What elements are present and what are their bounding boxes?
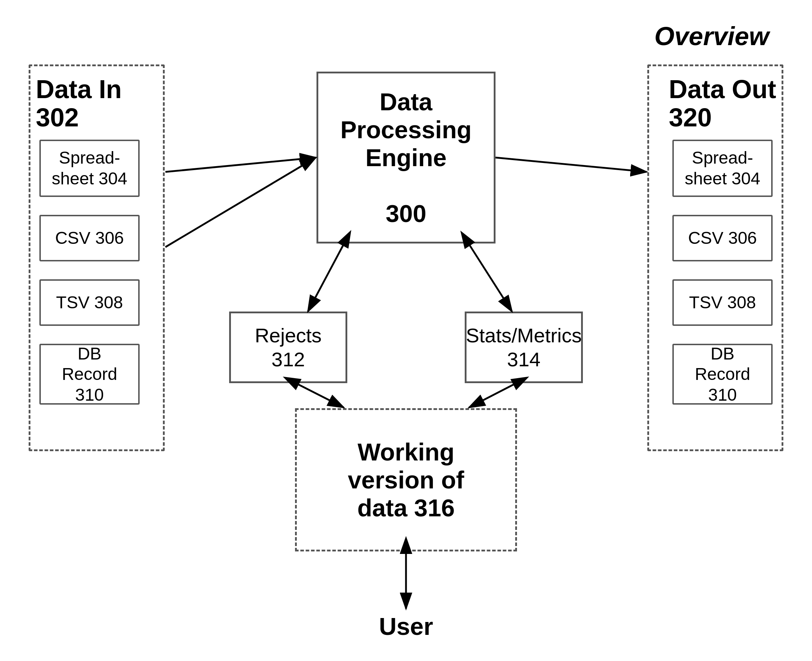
arrow-datain-to-dpe <box>165 158 316 247</box>
data-in-label: Data In 302 <box>36 75 122 132</box>
svg-line-8 <box>469 384 515 407</box>
left-csv-box: CSV 306 <box>39 215 140 262</box>
overview-title: Overview <box>654 21 769 51</box>
left-spreadsheet-box: Spread-sheet 304 <box>39 140 140 197</box>
data-out-label: Data Out 320 <box>669 75 776 132</box>
rejects-box: Rejects312 <box>229 311 347 383</box>
right-tsv-box: TSV 308 <box>672 279 773 326</box>
svg-line-3 <box>165 158 316 172</box>
left-tsv-box: TSV 308 <box>39 279 140 326</box>
left-db-box: DBRecord310 <box>39 344 140 405</box>
right-spreadsheet-box: Spread-sheet 304 <box>672 140 773 197</box>
working-version-box: Workingversion ofdata 316 <box>295 408 517 551</box>
svg-line-7 <box>297 384 344 407</box>
right-csv-box: CSV 306 <box>672 215 773 262</box>
user-label: User <box>379 612 433 640</box>
svg-line-5 <box>308 244 344 311</box>
dpe-box: DataProcessingEngine300 <box>316 72 496 243</box>
svg-line-4 <box>496 158 646 172</box>
page: Overview Data In 302 Data Out 320 Spread… <box>0 0 812 661</box>
svg-line-6 <box>469 244 512 311</box>
right-db-box: DBRecord310 <box>672 344 773 405</box>
stats-metrics-box: Stats/Metrics314 <box>465 311 583 383</box>
